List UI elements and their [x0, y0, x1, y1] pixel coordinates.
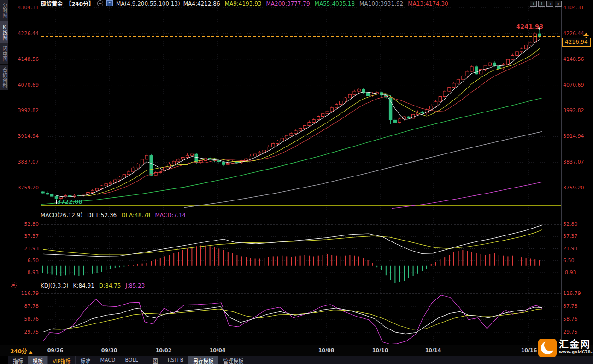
kdj-y-label: 58.76 [563, 316, 592, 323]
site-logo: 汇金网 www.gold678.com [538, 339, 593, 357]
session-high-label: 4241.93 [516, 23, 543, 30]
corner-toolbar: +↑→» [530, 1, 562, 7]
main-y-label: 3992.82 [563, 107, 592, 114]
date-label: 10/08 [316, 347, 336, 353]
date-label: 10/16 [519, 347, 539, 353]
ma-value: MA200:3777.79 [266, 0, 310, 7]
logo-url: www.gold678.com [559, 350, 593, 354]
kdj-y-label: 29.75 [563, 329, 592, 335]
chevron-up-icon: ▲ [29, 350, 32, 354]
macd-y-label: 37.37 [12, 233, 39, 240]
macd-diff-value: DIFF:52.36 [87, 212, 117, 218]
macd-y-label: 52.80 [563, 221, 592, 228]
scale-x-icon[interactable]: → [546, 1, 553, 7]
sidebar-item-合约资料[interactable]: 合约资料 [0, 65, 8, 90]
main-y-label: 4148.56 [563, 56, 592, 63]
bottom-toolbar: 指标模板VIP指标标准MACDBOLL一图RSI+B另存模板管理模板 [8, 356, 593, 364]
macd-y-label: 52.80 [12, 221, 39, 228]
toolbar-tab-RSI+B[interactable]: RSI+B [163, 356, 189, 364]
sidebar-items: 分时图K线图闪电图合约资料 [0, 0, 8, 90]
toolbar-tab-一图[interactable]: 一图 [143, 356, 163, 364]
main-y-label: 4304.31 [563, 5, 592, 11]
main-y-label: 3759.20 [12, 185, 39, 191]
period-selector-label: 240分 [10, 348, 27, 355]
ma-value: MA13:4174.30 [408, 0, 448, 7]
toolbar-tab-另存模板[interactable]: 另存模板 [188, 356, 218, 364]
scale-y-icon[interactable]: ↑ [538, 1, 545, 7]
main-y-label: 3759.20 [563, 185, 592, 191]
toolbar-tab-指标[interactable]: 指标 [8, 356, 28, 364]
macd-y-label: 21.93 [12, 246, 39, 252]
toolbar-tab-模板[interactable]: 模板 [28, 356, 48, 364]
date-label: 10/10 [370, 347, 390, 353]
macd-title: MACD(26,12,9) [41, 212, 82, 218]
main-y-label: 4226.44 [563, 30, 592, 37]
ma-values: MA4:4212.86MA9:4193.93MA200:3777.79MA55:… [183, 0, 448, 7]
main-y-label: 3914.94 [12, 133, 39, 140]
kdj-settings-icon[interactable] [11, 282, 17, 288]
date-label: 10/14 [423, 347, 443, 353]
sidebar: 分时图K线图闪电图合约资料 [0, 0, 8, 364]
main-y-label: 4226.44 [12, 30, 39, 37]
app-window: 分时图K线图闪电图合约资料 现货黄金 【240分】 − ~ MA(4,9,200… [0, 0, 593, 364]
toolbar-tab-BOLL[interactable]: BOLL [120, 356, 143, 364]
main-y-label: 3837.07 [12, 159, 39, 165]
period-selector[interactable]: 240分 ▲ [10, 347, 32, 355]
kdj-title: KDJ(9,3,3) [41, 282, 69, 289]
kdj-k-value: K:84.91 [73, 282, 94, 289]
date-label: 10/02 [153, 347, 174, 353]
main-y-label: 3992.82 [12, 107, 39, 114]
macd-y-label: -8.93 [12, 270, 39, 276]
macd-y-label: -8.93 [563, 270, 592, 276]
chart-header: 现货黄金 【240分】 − ~ MA(4,9,200,55,100,13) MA… [41, 0, 448, 7]
kdj-y-label: 87.78 [12, 303, 39, 310]
kdj-y-label: 58.76 [12, 316, 39, 323]
toolbar-tab-标准[interactable]: 标准 [76, 356, 95, 364]
kdj-d-value: D:84.75 [99, 282, 121, 289]
macd-y-label: 21.93 [563, 246, 592, 252]
ma-value: MA100:3931.92 [359, 0, 403, 7]
kdj-header: KDJ(9,3,3) K:84.91 D:84.75 J:85.23 [41, 282, 145, 289]
ma-value: MA9:4193.93 [225, 0, 262, 7]
main-y-label: 4070.69 [563, 82, 592, 88]
main-y-label: 4304.31 [12, 5, 39, 11]
main-y-label: 4148.56 [12, 56, 39, 63]
main-y-label: 3914.94 [563, 133, 592, 140]
main-y-label: 4070.69 [12, 82, 39, 88]
sidebar-item-分时图[interactable]: 分时图 [0, 0, 8, 21]
kdj-y-label: 116.79 [12, 290, 39, 297]
symbol-title: 现货黄金 [41, 0, 63, 7]
date-label: 09/26 [45, 347, 65, 353]
macd-y-label: 37.37 [563, 233, 592, 240]
goto-latest-icon[interactable]: » [555, 1, 562, 7]
crosshair-icon[interactable]: + [530, 1, 537, 7]
kdj-j-value: J:85.23 [125, 282, 145, 289]
toolbar-tab-MACD[interactable]: MACD [95, 356, 120, 364]
ma-params-label: MA(4,9,200,55,100,13) [116, 0, 180, 7]
ma-value: MA4:4212.86 [183, 0, 220, 7]
macd-macd-value: MACD:7.14 [155, 212, 186, 218]
session-low-label: 3722.08 [57, 199, 82, 205]
date-label: 09/30 [99, 347, 119, 353]
time-axis: 240分 ▲ 09/2609/3010/0210/0410/0810/1010/… [0, 345, 593, 356]
macd-dea-value: DEA:48.78 [121, 212, 150, 218]
collapse-icon[interactable]: − [97, 0, 103, 6]
logo-icon [538, 339, 557, 357]
chart-canvas[interactable] [0, 0, 593, 364]
sidebar-item-K线图[interactable]: K线图 [0, 21, 8, 43]
macd-header: MACD(26,12,9) DIFF:52.36 DEA:48.78 MACD:… [41, 212, 186, 218]
date-label: 10/04 [207, 347, 228, 353]
ma-value: MA55:4035.18 [315, 0, 355, 7]
main-y-label: 3837.07 [563, 159, 592, 165]
kdj-y-label: 29.75 [12, 329, 39, 335]
ma-indicator-icon[interactable]: ~ [106, 0, 113, 6]
period-badge: 【240分】 [66, 0, 94, 7]
kdj-y-label: 87.78 [563, 303, 592, 310]
toolbar-tab-管理模板[interactable]: 管理模板 [218, 356, 248, 364]
macd-y-label: 6.50 [12, 258, 39, 264]
sidebar-item-闪电图[interactable]: 闪电图 [0, 43, 8, 64]
toolbar-tab-VIP指标[interactable]: VIP指标 [48, 356, 76, 364]
macd-y-label: 6.50 [563, 258, 592, 264]
kdj-y-label: 116.79 [563, 290, 592, 297]
logo-name: 汇金网 [559, 339, 593, 350]
